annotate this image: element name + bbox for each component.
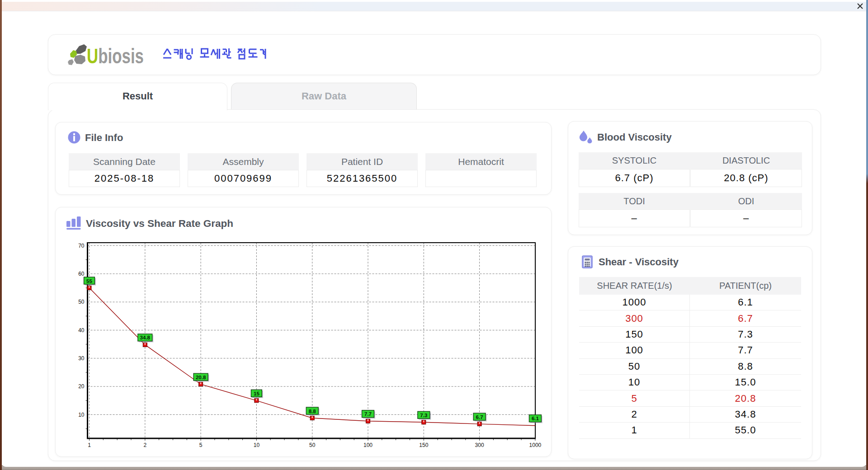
svg-text:70: 70 (78, 243, 85, 249)
svg-text:Ubiosis: Ubiosis (87, 44, 144, 68)
svg-text:8.8: 8.8 (309, 409, 316, 414)
svg-text:20.8: 20.8 (196, 375, 206, 380)
svg-text:7.3: 7.3 (420, 413, 427, 418)
svg-text:50: 50 (78, 299, 85, 305)
svg-text:30: 30 (78, 355, 85, 362)
svg-text:5: 5 (199, 442, 203, 448)
svg-text:150: 150 (419, 442, 428, 448)
svg-text:6.1: 6.1 (532, 416, 539, 421)
svg-text:10: 10 (254, 442, 260, 448)
svg-text:10: 10 (78, 412, 85, 418)
svg-text:300: 300 (475, 442, 484, 448)
svg-text:2: 2 (143, 442, 146, 448)
svg-text:1000: 1000 (529, 442, 542, 448)
svg-text:1: 1 (88, 442, 91, 448)
svg-text:34.8: 34.8 (140, 335, 151, 340)
svg-text:40: 40 (78, 327, 85, 334)
svg-text:15: 15 (254, 391, 259, 396)
svg-text:55: 55 (86, 278, 92, 284)
svg-text:100: 100 (363, 442, 373, 448)
svg-text:20: 20 (78, 383, 85, 390)
svg-text:6.7: 6.7 (476, 414, 483, 420)
svg-text:50: 50 (309, 442, 316, 448)
svg-text:7.7: 7.7 (364, 411, 372, 417)
svg-text:60: 60 (78, 271, 85, 277)
